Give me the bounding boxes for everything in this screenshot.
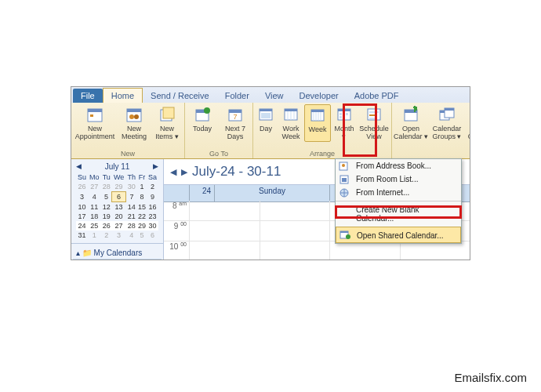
time-label: 8 am [164, 201, 189, 221]
calendar-page-icon [86, 106, 103, 123]
email-calendar-button[interactable]: E-mailCalendar [465, 104, 470, 142]
date-cell[interactable]: 2 [101, 230, 112, 240]
date-cell[interactable]: 29 [112, 182, 126, 192]
date-cell[interactable]: 14 [125, 202, 136, 212]
date-cell[interactable]: 26 [76, 182, 88, 192]
date-cell[interactable]: 10 [76, 202, 88, 212]
menu-open-shared-calendar[interactable]: Open Shared Calendar... [336, 227, 461, 243]
menu-create-blank-calendar[interactable]: Create New Blank Calendar... [336, 201, 461, 225]
date-cell[interactable]: 27 [88, 182, 101, 192]
next-week-button[interactable]: ▶ [181, 167, 187, 177]
date-cell[interactable]: 29 [137, 221, 147, 230]
date-cell[interactable]: 18 [88, 212, 101, 221]
prev-week-button[interactable]: ◀ [170, 167, 176, 177]
label: Today [193, 125, 212, 132]
date-cell[interactable]: 5 [101, 192, 112, 202]
ribbon-tabs: File Home Send / Receive Folder View Dev… [71, 87, 470, 103]
date-cell[interactable]: 16 [147, 202, 158, 212]
calendar-groups-icon [438, 106, 456, 123]
month-button[interactable]: Month▾ [331, 104, 358, 142]
open-calendar-button[interactable]: OpenCalendar ▾ [393, 104, 429, 142]
next-7-days-button[interactable]: 7 Next 7Days [219, 104, 252, 142]
date-cell[interactable]: 20 [112, 212, 126, 221]
mini-calendar-title: July 11 [105, 162, 130, 171]
label: ScheduleView [359, 125, 389, 140]
tab-send-receive[interactable]: Send / Receive [143, 89, 217, 103]
tab-file[interactable]: File [73, 89, 103, 103]
nav-item-calendar-1[interactable]: ✓ Calendar Mailbox - A [73, 259, 162, 260]
date-cell[interactable]: 25 [88, 221, 101, 230]
date-cell[interactable]: 7 [125, 192, 136, 202]
tab-view[interactable]: View [257, 89, 292, 103]
date-cell[interactable]: 4 [125, 230, 136, 240]
new-items-button[interactable]: NewItems ▾ [151, 104, 183, 142]
schedule-view-button[interactable]: ScheduleView [358, 104, 390, 142]
prev-month-button[interactable]: ◀ [76, 162, 82, 170]
week-button[interactable]: Week [304, 104, 331, 142]
tab-home[interactable]: Home [103, 88, 143, 103]
date-cell[interactable]: 13 [112, 202, 126, 212]
today-button[interactable]: Today [186, 104, 219, 142]
date-cell[interactable]: 3 [112, 230, 126, 240]
calendar-groups-button[interactable]: CalendarGroups ▾ [429, 104, 465, 142]
time-row[interactable] [189, 241, 470, 260]
date-cell[interactable]: 31 [76, 230, 88, 240]
date-cell[interactable]: 9 [147, 192, 158, 202]
date-cell[interactable]: 8 [137, 192, 147, 202]
date-cell[interactable]: 28 [101, 182, 112, 192]
nav-section-my-calendars[interactable]: ▴ 📁 My Calendars [73, 247, 162, 259]
date-cell[interactable]: 26 [101, 221, 112, 230]
date-cell[interactable]: 19 [101, 212, 112, 221]
group-label [393, 150, 470, 158]
group-label: Arrange [254, 150, 390, 158]
date-cell[interactable]: 15 [137, 202, 147, 212]
new-meeting-button[interactable]: NewMeeting [118, 104, 151, 142]
date-cell[interactable]: 28 [125, 221, 136, 230]
new-appointment-button[interactable]: NewAppointment [72, 104, 118, 142]
day-button[interactable]: Day [254, 104, 278, 142]
date-cell[interactable]: 11 [88, 202, 101, 212]
date-cell[interactable]: 30 [125, 182, 136, 192]
outlook-window: File Home Send / Receive Folder View Dev… [71, 86, 470, 260]
date-cell[interactable]: 24 [76, 221, 88, 230]
tab-folder[interactable]: Folder [217, 89, 257, 103]
svg-rect-8 [163, 107, 174, 118]
menu-from-internet[interactable]: From Internet... [336, 186, 461, 199]
next-month-button[interactable]: ▶ [153, 162, 158, 170]
svg-rect-30 [338, 109, 350, 111]
date-cell[interactable]: 4 [88, 192, 101, 202]
day-number[interactable]: 24 [189, 185, 214, 201]
label: Next 7Days [225, 125, 245, 140]
date-cell[interactable]: 27 [112, 221, 126, 230]
date-cell[interactable]: 5 [137, 230, 147, 240]
date-cell[interactable]: 21 [125, 212, 136, 221]
tab-adobe-pdf[interactable]: Adobe PDF [347, 89, 407, 103]
date-cell[interactable]: 3 [76, 192, 88, 202]
menu-from-address-book[interactable]: From Address Book... [336, 159, 461, 172]
schedule-icon [365, 106, 383, 123]
label: NewMeeting [122, 125, 147, 140]
date-cell[interactable]: 6 [147, 230, 158, 240]
date-cell[interactable]: 30 [147, 221, 158, 230]
label: NewItems ▾ [155, 125, 179, 140]
svg-rect-33 [346, 113, 348, 115]
ribbon-group-goto: Today 7 Next 7Days Go To [185, 103, 253, 158]
date-cell[interactable]: 17 [76, 212, 88, 221]
month-view-icon [336, 106, 353, 123]
watermark: Emailsfix.com [454, 371, 527, 384]
work-week-button[interactable]: WorkWeek [278, 104, 304, 142]
date-cell[interactable]: 6 [112, 192, 126, 202]
date-cell[interactable]: 23 [147, 212, 158, 221]
date-cell[interactable]: 22 [137, 212, 147, 221]
date-cell[interactable]: 1 [137, 182, 147, 192]
label: CalendarGroups ▾ [432, 125, 461, 140]
mini-calendar-grid[interactable]: SuMoTuWeThFrSa 2627282930123456789101112… [76, 172, 158, 240]
date-cell[interactable]: 1 [88, 230, 101, 240]
date-cell[interactable]: 12 [101, 202, 112, 212]
menu-from-room-list[interactable]: From Room List... [336, 172, 461, 186]
dow-header: Th [125, 172, 136, 182]
label: Week [309, 125, 327, 133]
nav-pane: ▴ 📁 My Calendars ✓ Calendar Mailbox - A … [71, 243, 163, 260]
date-cell[interactable]: 2 [147, 182, 158, 192]
tab-developer[interactable]: Developer [292, 89, 347, 103]
